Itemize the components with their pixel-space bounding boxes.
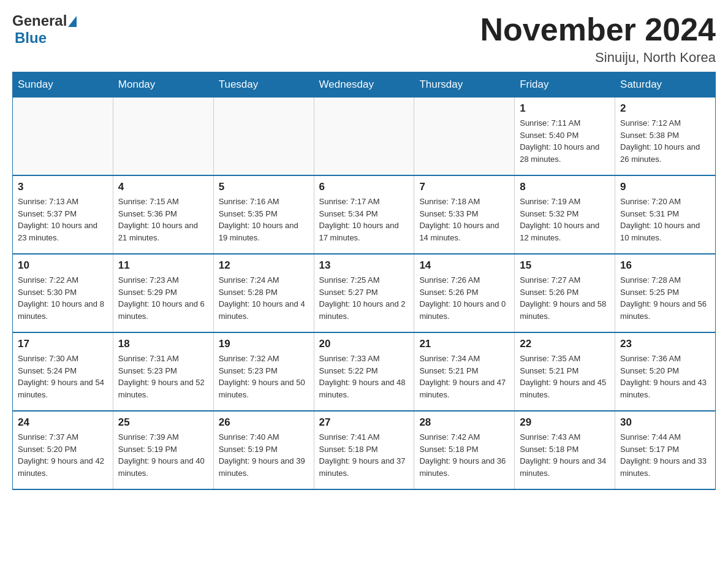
day-number: 4 xyxy=(118,181,208,193)
calendar-cell: 14Sunrise: 7:26 AMSunset: 5:26 PMDayligh… xyxy=(414,254,515,332)
day-info: Sunrise: 7:18 AMSunset: 5:33 PMDaylight:… xyxy=(419,196,509,243)
weekday-header-friday: Friday xyxy=(515,72,615,98)
day-number: 15 xyxy=(520,259,610,272)
calendar-cell xyxy=(13,98,113,176)
calendar-cell xyxy=(213,98,314,176)
calendar-cell: 20Sunrise: 7:33 AMSunset: 5:22 PMDayligh… xyxy=(314,332,414,411)
month-title: November 2024 xyxy=(480,12,716,47)
calendar-cell: 6Sunrise: 7:17 AMSunset: 5:34 PMDaylight… xyxy=(314,175,414,254)
day-info: Sunrise: 7:23 AMSunset: 5:29 PMDaylight:… xyxy=(118,274,208,322)
day-number: 11 xyxy=(118,259,208,272)
day-number: 20 xyxy=(319,338,409,350)
calendar-cell: 12Sunrise: 7:24 AMSunset: 5:28 PMDayligh… xyxy=(213,254,314,332)
weekday-header-thursday: Thursday xyxy=(414,72,515,98)
calendar-cell: 10Sunrise: 7:22 AMSunset: 5:30 PMDayligh… xyxy=(13,254,113,332)
calendar-cell xyxy=(113,98,213,176)
day-number: 1 xyxy=(520,102,610,115)
location: Sinuiju, North Korea xyxy=(480,50,716,66)
day-number: 28 xyxy=(419,416,509,429)
calendar-week-3: 10Sunrise: 7:22 AMSunset: 5:30 PMDayligh… xyxy=(13,254,716,332)
day-number: 3 xyxy=(18,181,108,193)
day-info: Sunrise: 7:20 AMSunset: 5:31 PMDaylight:… xyxy=(620,196,710,243)
day-info: Sunrise: 7:12 AMSunset: 5:38 PMDaylight:… xyxy=(620,117,710,165)
day-number: 8 xyxy=(520,181,610,193)
calendar-cell: 5Sunrise: 7:16 AMSunset: 5:35 PMDaylight… xyxy=(213,175,314,254)
calendar-cell: 21Sunrise: 7:34 AMSunset: 5:21 PMDayligh… xyxy=(414,332,515,411)
calendar-cell: 13Sunrise: 7:25 AMSunset: 5:27 PMDayligh… xyxy=(314,254,414,332)
calendar-cell: 1Sunrise: 7:11 AMSunset: 5:40 PMDaylight… xyxy=(515,98,615,176)
calendar-cell: 25Sunrise: 7:39 AMSunset: 5:19 PMDayligh… xyxy=(113,411,213,489)
weekday-header-row: SundayMondayTuesdayWednesdayThursdayFrid… xyxy=(13,72,716,98)
day-number: 2 xyxy=(620,102,710,115)
day-number: 13 xyxy=(319,259,409,272)
day-info: Sunrise: 7:13 AMSunset: 5:37 PMDaylight:… xyxy=(18,196,108,243)
day-info: Sunrise: 7:35 AMSunset: 5:21 PMDaylight:… xyxy=(520,353,610,400)
logo-general-text: General xyxy=(12,12,67,29)
calendar-cell: 11Sunrise: 7:23 AMSunset: 5:29 PMDayligh… xyxy=(113,254,213,332)
calendar-cell: 18Sunrise: 7:31 AMSunset: 5:23 PMDayligh… xyxy=(113,332,213,411)
day-number: 26 xyxy=(219,416,309,429)
day-info: Sunrise: 7:26 AMSunset: 5:26 PMDaylight:… xyxy=(419,274,509,322)
calendar-cell: 9Sunrise: 7:20 AMSunset: 5:31 PMDaylight… xyxy=(615,175,716,254)
day-number: 5 xyxy=(219,181,309,193)
day-number: 19 xyxy=(219,338,309,350)
calendar-cell: 26Sunrise: 7:40 AMSunset: 5:19 PMDayligh… xyxy=(213,411,314,489)
logo: General Blue xyxy=(12,12,77,47)
day-info: Sunrise: 7:31 AMSunset: 5:23 PMDaylight:… xyxy=(118,353,208,400)
weekday-header-saturday: Saturday xyxy=(615,72,716,98)
day-number: 29 xyxy=(520,416,610,429)
calendar-cell: 17Sunrise: 7:30 AMSunset: 5:24 PMDayligh… xyxy=(13,332,113,411)
calendar-cell: 15Sunrise: 7:27 AMSunset: 5:26 PMDayligh… xyxy=(515,254,615,332)
calendar-table: SundayMondayTuesdayWednesdayThursdayFrid… xyxy=(12,72,716,490)
day-info: Sunrise: 7:33 AMSunset: 5:22 PMDaylight:… xyxy=(319,353,409,400)
calendar-week-1: 1Sunrise: 7:11 AMSunset: 5:40 PMDaylight… xyxy=(13,98,716,176)
logo-triangle-icon xyxy=(68,16,77,27)
day-number: 25 xyxy=(118,416,208,429)
calendar-cell: 3Sunrise: 7:13 AMSunset: 5:37 PMDaylight… xyxy=(13,175,113,254)
day-number: 16 xyxy=(620,259,710,272)
day-number: 14 xyxy=(419,259,509,272)
title-area: November 2024 Sinuiju, North Korea xyxy=(480,12,716,66)
day-info: Sunrise: 7:28 AMSunset: 5:25 PMDaylight:… xyxy=(620,274,710,322)
weekday-header-monday: Monday xyxy=(113,72,213,98)
day-info: Sunrise: 7:11 AMSunset: 5:40 PMDaylight:… xyxy=(520,117,610,165)
day-info: Sunrise: 7:19 AMSunset: 5:32 PMDaylight:… xyxy=(520,196,610,243)
day-info: Sunrise: 7:16 AMSunset: 5:35 PMDaylight:… xyxy=(219,196,309,243)
calendar-cell: 23Sunrise: 7:36 AMSunset: 5:20 PMDayligh… xyxy=(615,332,716,411)
calendar-cell xyxy=(414,98,515,176)
day-info: Sunrise: 7:24 AMSunset: 5:28 PMDaylight:… xyxy=(219,274,309,322)
calendar-week-2: 3Sunrise: 7:13 AMSunset: 5:37 PMDaylight… xyxy=(13,175,716,254)
day-number: 6 xyxy=(319,181,409,193)
day-info: Sunrise: 7:40 AMSunset: 5:19 PMDaylight:… xyxy=(219,431,309,479)
weekday-header-wednesday: Wednesday xyxy=(314,72,414,98)
day-number: 10 xyxy=(18,259,108,272)
day-number: 12 xyxy=(219,259,309,272)
calendar-week-4: 17Sunrise: 7:30 AMSunset: 5:24 PMDayligh… xyxy=(13,332,716,411)
calendar-cell: 2Sunrise: 7:12 AMSunset: 5:38 PMDaylight… xyxy=(615,98,716,176)
day-info: Sunrise: 7:36 AMSunset: 5:20 PMDaylight:… xyxy=(620,353,710,400)
calendar-cell: 28Sunrise: 7:42 AMSunset: 5:18 PMDayligh… xyxy=(414,411,515,489)
day-info: Sunrise: 7:25 AMSunset: 5:27 PMDaylight:… xyxy=(319,274,409,322)
day-info: Sunrise: 7:32 AMSunset: 5:23 PMDaylight:… xyxy=(219,353,309,400)
day-info: Sunrise: 7:39 AMSunset: 5:19 PMDaylight:… xyxy=(118,431,208,479)
calendar-cell: 30Sunrise: 7:44 AMSunset: 5:17 PMDayligh… xyxy=(615,411,716,489)
calendar-cell: 16Sunrise: 7:28 AMSunset: 5:25 PMDayligh… xyxy=(615,254,716,332)
day-number: 23 xyxy=(620,338,710,350)
day-number: 22 xyxy=(520,338,610,350)
day-number: 17 xyxy=(18,338,108,350)
day-info: Sunrise: 7:30 AMSunset: 5:24 PMDaylight:… xyxy=(18,353,108,400)
day-number: 30 xyxy=(620,416,710,429)
day-info: Sunrise: 7:15 AMSunset: 5:36 PMDaylight:… xyxy=(118,196,208,243)
day-number: 7 xyxy=(419,181,509,193)
calendar-cell: 8Sunrise: 7:19 AMSunset: 5:32 PMDaylight… xyxy=(515,175,615,254)
page-header: General Blue November 2024 Sinuiju, Nort… xyxy=(12,12,716,66)
logo-blue-text: Blue xyxy=(15,29,47,47)
day-info: Sunrise: 7:43 AMSunset: 5:18 PMDaylight:… xyxy=(520,431,610,479)
day-info: Sunrise: 7:27 AMSunset: 5:26 PMDaylight:… xyxy=(520,274,610,322)
day-info: Sunrise: 7:42 AMSunset: 5:18 PMDaylight:… xyxy=(419,431,509,479)
day-info: Sunrise: 7:41 AMSunset: 5:18 PMDaylight:… xyxy=(319,431,409,479)
calendar-cell: 22Sunrise: 7:35 AMSunset: 5:21 PMDayligh… xyxy=(515,332,615,411)
calendar-cell: 19Sunrise: 7:32 AMSunset: 5:23 PMDayligh… xyxy=(213,332,314,411)
calendar-week-5: 24Sunrise: 7:37 AMSunset: 5:20 PMDayligh… xyxy=(13,411,716,489)
day-info: Sunrise: 7:37 AMSunset: 5:20 PMDaylight:… xyxy=(18,431,108,479)
